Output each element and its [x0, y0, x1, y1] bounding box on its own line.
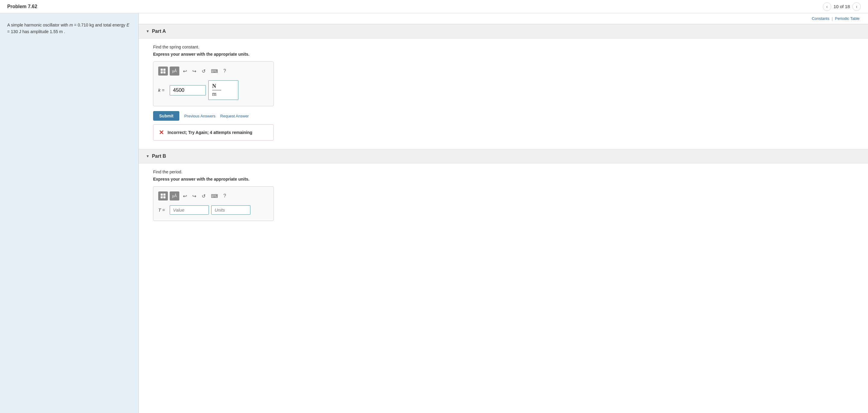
part-b-input-row: T =	[158, 205, 269, 215]
part-a-error-box: ✕ Incorrect; Try Again; 4 attempts remai…	[153, 124, 274, 141]
part-b-value-input[interactable]	[170, 205, 209, 215]
part-a-value-input[interactable]	[170, 85, 206, 95]
answer-panel: Constants | Periodic Table ▼ Part A Find…	[138, 13, 868, 413]
problem-title: Problem 7.62	[7, 4, 37, 9]
constants-link[interactable]: Constants	[812, 16, 830, 21]
part-b-arrow: ▼	[146, 154, 150, 158]
part-a-request-answer-link[interactable]: Request Answer	[220, 114, 249, 118]
part-a-title: Part A	[152, 29, 166, 34]
part-a-express-label: Express your answer with the appropriate…	[153, 52, 854, 57]
main-layout: A simple harmonic oscillator with m = 0.…	[0, 13, 868, 413]
part-b-redo-button[interactable]: ↪	[190, 192, 198, 200]
part-a-section: ▼ Part A Find the spring constant. Expre…	[138, 24, 868, 149]
grid-template-button[interactable]	[158, 67, 168, 75]
page-header: Problem 7.62 ‹ 10 of 18 ›	[0, 0, 868, 13]
redo-button[interactable]: ↪	[190, 67, 198, 75]
error-icon: ✕	[159, 129, 164, 136]
problem-panel: A simple harmonic oscillator with m = 0.…	[0, 13, 138, 413]
error-text: Incorrect; Try Again; 4 attempts remaini…	[167, 130, 252, 135]
problem-text: A simple harmonic oscillator with m = 0.…	[7, 22, 131, 35]
part-a-answer-box: μÅ ↩ ↪ ↺ ⌨ ? k = N m	[153, 61, 274, 106]
link-separator: |	[832, 16, 833, 21]
keyboard-button[interactable]: ⌨	[209, 67, 220, 75]
part-b-mu-button[interactable]: μÅ	[170, 192, 179, 201]
part-b-express-label: Express your answer with the appropriate…	[153, 177, 854, 181]
next-button[interactable]: ›	[852, 2, 861, 11]
units-denominator: m	[212, 90, 216, 97]
part-b-math-label: T =	[158, 207, 167, 212]
units-numerator: N	[212, 83, 221, 90]
top-links: Constants | Periodic Table	[138, 13, 868, 24]
part-a-input-row: k = N m	[158, 80, 269, 100]
nav-controls: ‹ 10 of 18 ›	[823, 2, 861, 11]
part-a-body: Find the spring constant. Express your a…	[138, 38, 868, 149]
part-a-header[interactable]: ▼ Part A	[138, 24, 868, 38]
periodic-table-link[interactable]: Periodic Table	[835, 16, 860, 21]
mu-button[interactable]: μÅ	[170, 67, 179, 75]
part-b-toolbar: μÅ ↩ ↪ ↺ ⌨ ?	[158, 192, 269, 201]
part-b-grid-button[interactable]	[158, 192, 168, 201]
part-b-header[interactable]: ▼ Part B	[138, 149, 868, 164]
part-a-toolbar: μÅ ↩ ↪ ↺ ⌨ ?	[158, 67, 269, 75]
part-b-body: Find the period. Express your answer wit…	[138, 164, 868, 234]
part-a-math-label: k =	[158, 88, 167, 93]
reset-button[interactable]: ↺	[200, 67, 207, 75]
part-b-section: ▼ Part B Find the period. Express your a…	[138, 149, 868, 234]
help-button[interactable]: ?	[221, 67, 228, 75]
part-a-units-display: N m	[208, 80, 239, 100]
part-a-submit-row: Submit Previous Answers Request Answer	[153, 111, 854, 121]
part-a-arrow: ▼	[146, 29, 150, 33]
part-b-title: Part B	[152, 153, 166, 159]
part-a-prev-answers-link[interactable]: Previous Answers	[184, 114, 215, 118]
part-b-keyboard-button[interactable]: ⌨	[209, 192, 220, 200]
part-b-units-input[interactable]	[211, 205, 250, 215]
undo-button[interactable]: ↩	[181, 67, 189, 75]
part-b-undo-button[interactable]: ↩	[181, 192, 189, 200]
part-a-submit-button[interactable]: Submit	[153, 111, 179, 121]
part-a-instruction: Find the spring constant.	[153, 44, 854, 49]
part-b-instruction: Find the period.	[153, 169, 854, 174]
part-b-help-button[interactable]: ?	[221, 192, 228, 200]
part-b-reset-button[interactable]: ↺	[200, 192, 207, 200]
prev-button[interactable]: ‹	[823, 2, 831, 11]
nav-counter: 10 of 18	[834, 4, 850, 9]
part-b-answer-box: μÅ ↩ ↪ ↺ ⌨ ? T =	[153, 186, 274, 221]
